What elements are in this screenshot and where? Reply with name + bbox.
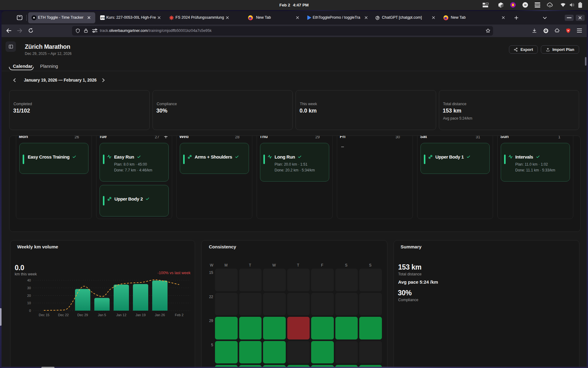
svg-text:Dec 15: Dec 15 bbox=[39, 313, 50, 317]
svg-text:Dec 29: Dec 29 bbox=[77, 313, 88, 317]
svg-text:ETH: ETH bbox=[101, 17, 105, 19]
svg-text:10: 10 bbox=[27, 301, 31, 305]
svg-text:Jan 5: Jan 5 bbox=[98, 313, 106, 317]
svg-text:Jan 12: Jan 12 bbox=[116, 313, 126, 317]
svg-text:30: 30 bbox=[27, 286, 31, 290]
svg-text:0: 0 bbox=[29, 309, 31, 312]
svg-text:40: 40 bbox=[27, 278, 31, 282]
svg-text:Jan 26: Jan 26 bbox=[155, 313, 165, 317]
svg-text:20: 20 bbox=[27, 294, 31, 297]
svg-text:Jan 19: Jan 19 bbox=[135, 313, 145, 317]
svg-text:Feb 2: Feb 2 bbox=[175, 313, 183, 317]
svg-text:Dec 22: Dec 22 bbox=[58, 313, 69, 317]
